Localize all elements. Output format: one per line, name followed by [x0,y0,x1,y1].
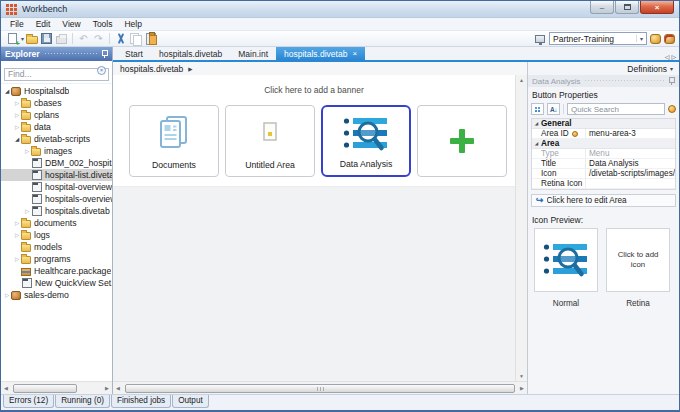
pin-icon[interactable] [668,77,675,85]
copy-button[interactable] [128,32,143,46]
scroll-left-icon[interactable]: ◀ [1,385,11,391]
tree-item[interactable]: ▷images [1,145,112,157]
tab-hospitals-divetab[interactable]: hospitals.divetab [151,47,230,60]
tree-item[interactable]: models [1,241,112,253]
categorize-button[interactable] [531,103,544,115]
expander-icon[interactable]: ▷ [13,100,21,106]
property-row[interactable]: Area IDmenu-area-3 [532,129,675,139]
redo-button[interactable]: ↷ [91,32,106,46]
tree-item[interactable]: hospital-list.divetab [1,169,112,181]
definitions-dropdown[interactable]: Definitions ▾ [528,62,679,75]
status-tab-running-0-[interactable]: Running (0) [55,395,110,408]
filter-dot-icon[interactable] [668,105,676,113]
expander-icon[interactable]: ▷ [23,148,31,154]
tree-item[interactable]: ▷cbases [1,97,112,109]
expander-icon[interactable]: ▷ [23,208,31,214]
property-category[interactable]: ◢Area [532,139,675,149]
tree-item[interactable]: ◢divetab-scripts [1,133,112,145]
scroll-thumb[interactable] [13,384,77,393]
status-tab-errors-12-[interactable]: Errors (12) [3,395,54,408]
find-input[interactable] [4,68,109,81]
banner-placeholder[interactable]: Click here to add a banner [113,75,515,105]
tree-item[interactable]: ▷documents [1,217,112,229]
expander-icon[interactable]: ◢ [13,136,21,142]
property-value[interactable]: menu-area-3 [586,129,675,138]
tree-item[interactable]: ▷hospitals.divetab [1,205,112,217]
quick-search-input[interactable] [567,103,665,115]
normal-icon-preview[interactable] [534,228,598,292]
connect-icon[interactable] [650,34,661,44]
tab-hospitals-divetab[interactable]: hospitals.divetab× [276,47,365,60]
breadcrumb[interactable]: hospitals.divetab ▶ [113,62,527,75]
paste-button[interactable] [143,32,158,46]
property-value[interactable]: Menu [586,149,675,158]
tile-untitled-area[interactable]: Untitled Area [225,105,315,177]
tab-scroll-left-icon[interactable]: ◁ [665,53,670,60]
property-row[interactable]: TypeMenu [532,149,675,159]
property-row[interactable]: TitleData Analysis [532,159,675,169]
edit-area-button[interactable]: ↪ Click here to edit Area [531,194,676,207]
sort-alphabetical-button[interactable]: A↓ [547,103,560,115]
cut-button[interactable] [113,32,128,46]
new-file-button[interactable]: + [5,32,20,46]
tree-item[interactable]: hospitals-overview.dive [1,193,112,205]
tree-item[interactable]: ◢Hospitalsdb [1,85,112,97]
status-tab-output[interactable]: Output [172,395,209,408]
expander-icon[interactable]: ▷ [13,220,21,226]
expander-icon[interactable]: ▷ [13,256,21,262]
tree-item[interactable]: Healthcare.package [1,265,112,277]
open-button[interactable] [24,32,39,46]
tile-documents[interactable]: Documents [129,105,219,177]
disconnect-icon[interactable] [664,34,675,44]
menu-help[interactable]: Help [118,18,147,30]
property-value[interactable]: Data Analysis [586,159,675,168]
tree-item[interactable]: New QuickView Set.qvset [1,277,112,289]
tab-scroll-right-icon[interactable]: ▷ [671,53,676,60]
tree-item[interactable]: DBM_002_hospital-list.d [1,157,112,169]
tree-item[interactable]: ▷logs [1,229,112,241]
close-button[interactable]: × [640,1,674,14]
project-selector[interactable]: Partner-Training ▾ [549,32,647,45]
scroll-thumb[interactable] [125,384,515,393]
explorer-header[interactable]: Explorer [1,47,112,61]
property-row[interactable]: Retina Icon [532,179,675,189]
status-tab-finished-jobs[interactable]: Finished jobs [111,395,171,408]
property-row[interactable]: Icon/divetab-scripts/images/menuItem_blu [532,169,675,179]
scroll-up-icon[interactable]: ▲ [519,77,524,83]
maximize-button[interactable] [615,1,639,14]
pin-icon[interactable] [101,50,108,58]
save-button[interactable] [39,32,54,46]
expander-icon[interactable]: ▷ [13,232,21,238]
print-button[interactable] [54,32,69,46]
menu-tools[interactable]: Tools [87,18,119,30]
tree-item[interactable]: ▷cplans [1,109,112,121]
scroll-right-icon[interactable]: ▶ [102,385,112,391]
tree-item[interactable]: ▷programs [1,253,112,265]
expander-icon[interactable]: ▷ [13,112,21,118]
property-value[interactable]: /divetab-scripts/images/menuItem_blu [586,169,675,178]
menu-edit[interactable]: Edit [30,18,57,30]
scroll-down-icon[interactable]: ▼ [519,373,524,379]
clear-find-icon[interactable]: × [97,66,106,75]
tab-main-int[interactable]: Main.int [230,47,276,60]
retina-icon-preview[interactable]: Click to add icon [606,228,670,292]
property-value[interactable] [586,179,675,188]
tree-item[interactable]: ▷data [1,121,112,133]
menu-view[interactable]: View [56,18,86,30]
undo-button[interactable]: ↶ [76,32,91,46]
tree-item[interactable]: hospital-overview-tabs. [1,181,112,193]
scroll-left-icon[interactable]: ◀ [113,385,123,391]
tile-data-analysis[interactable]: Data Analysis [321,105,411,177]
minimize-button[interactable]: – [590,1,614,14]
expander-icon[interactable]: ▷ [13,124,21,130]
tab-start[interactable]: Start [117,47,151,60]
scroll-right-icon[interactable]: ▶ [517,385,527,391]
add-area-tile[interactable] [417,105,507,177]
expander-icon[interactable]: ▷ [3,292,11,298]
close-tab-icon[interactable]: × [352,50,357,58]
expander-icon[interactable]: ◢ [3,88,11,94]
property-category[interactable]: ◢General [532,119,675,129]
menu-file[interactable]: File [4,18,30,30]
tree-item[interactable]: ▷sales-demo [1,289,112,301]
panel-header[interactable]: Data Analysis [528,75,679,87]
